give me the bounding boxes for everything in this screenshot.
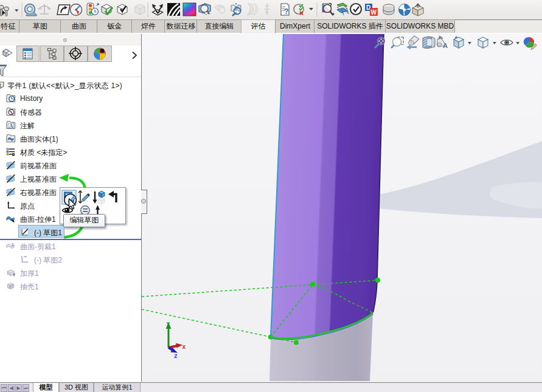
svg-text:W: W: [371, 9, 377, 16]
svg-text:Z: Z: [174, 353, 178, 360]
svg-text:X: X: [182, 344, 186, 351]
svg-text:?: ?: [284, 7, 288, 16]
svg-text:A: A: [9, 123, 13, 129]
svg-text:A: A: [443, 42, 448, 49]
svg-text:Y: Y: [167, 321, 170, 328]
